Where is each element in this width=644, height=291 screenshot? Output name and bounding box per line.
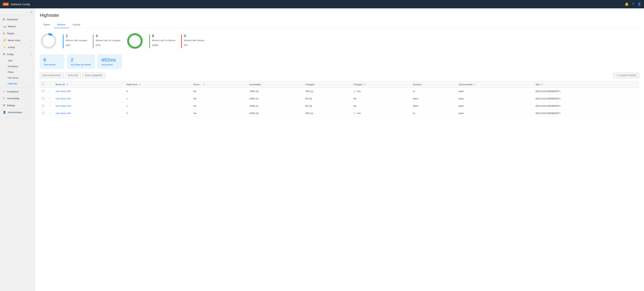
tab-activity[interactable]: Activity — [69, 21, 84, 28]
sidebar-sub-item-jobs[interactable]: Jobs — [0, 58, 35, 63]
minion-id-link[interactable]: salt-minion-001 — [56, 90, 71, 93]
row-checkbox-1[interactable] — [42, 97, 44, 100]
table-row: ⋮ salt-minion-001 3 No 100% (3) 33% (1) … — [40, 88, 639, 95]
svg-point-0 — [42, 34, 55, 48]
stat-pct-no-changes: 67% — [96, 44, 120, 46]
minion-id-link[interactable]: salt-minion-004 — [56, 112, 71, 115]
sidebar-item-compliance[interactable]: ✓ Compliance › — [0, 88, 35, 95]
sidebar-item-minion-keys[interactable]: 🔑 Minion Keys › — [0, 37, 35, 44]
sidebar-item-dashboard[interactable]: ⊞ Dashboard — [0, 16, 35, 23]
row-menu-cell: ⋮ — [46, 102, 54, 110]
summary-card-avg-duration: 492ms Avg duration — [98, 54, 122, 68]
stat-number-changes: 2 — [66, 34, 87, 38]
minion-id-link[interactable]: salt-minion-003 — [56, 105, 71, 107]
sidebar-item-config[interactable]: ⚙ Config ∨ — [0, 51, 35, 58]
chevron-right-icon: › — [31, 104, 32, 106]
action-buttons: RUN HIGHSTATE RUN JOB RUN COMMAND — [40, 73, 105, 78]
select-all-checkbox[interactable] — [42, 83, 44, 85]
sidebar-sub-item-highstate[interactable]: Highstate — [0, 81, 35, 86]
tabs: States Minions Activity — [40, 21, 639, 28]
errors-sort-icon[interactable]: ↓ — [200, 83, 202, 86]
row-minion-id: salt-minion-003 — [54, 102, 124, 110]
row-menu-dots[interactable]: ⋮ — [48, 112, 51, 115]
sidebar: « ⊞ Dashboard 📊 Reports ◎ Targets 🔑 Mini… — [0, 8, 35, 291]
row-changed: 0% (0) — [303, 102, 351, 110]
action-row: RUN HIGHSTATE RUN JOB RUN COMMAND ▽ CLEA… — [40, 73, 639, 78]
changes-filter-icon[interactable]: ▼ — [364, 83, 366, 86]
jids-filter-icon[interactable]: ▼ — [541, 83, 543, 86]
row-menu-dots[interactable]: ⋮ — [48, 97, 51, 100]
errors-filter-icon[interactable]: ▼ — [203, 83, 205, 86]
sidebar-item-settings[interactable]: ⚙ Settings › — [0, 102, 35, 109]
sidebar-item-label: Config — [7, 53, 14, 56]
minion-keys-icon: 🔑 — [3, 39, 6, 42]
sidebar-sub-item-file-server[interactable]: File Server — [0, 75, 35, 81]
row-state-runs: 1 — [124, 95, 191, 102]
user-icon[interactable]: 👤 — [637, 2, 641, 6]
th-checkbox — [40, 81, 46, 88]
row-errors: No — [191, 88, 247, 95]
card-label-avg-duration: Avg duration — [101, 63, 118, 66]
stat-bar-failures — [181, 34, 182, 48]
row-checkbox-2[interactable] — [42, 105, 44, 107]
sidebar-item-reports[interactable]: 📊 Reports — [0, 23, 35, 30]
sidebar-item-vulnerability[interactable]: 🛡 Vulnerability › — [0, 95, 35, 102]
compliance-icon: ✓ — [3, 90, 5, 93]
clear-filters-button[interactable]: ▽ CLEAR FILTERS — [613, 73, 639, 78]
sidebar-sub-item-pillars[interactable]: Pillars — [0, 69, 35, 75]
sidebar-item-targets[interactable]: ◎ Targets — [0, 30, 35, 37]
stat-content-changes: 2 Minions with changes 33% — [66, 34, 87, 46]
row-duration: 44ms — [411, 95, 456, 102]
row-state-runs: 3 — [124, 110, 191, 117]
row-state-runs: 1 — [124, 102, 191, 110]
app-title: SaltStack Config — [10, 3, 30, 6]
row-minion-id: salt-minion-002 — [54, 95, 124, 102]
sidebar-sub-item-schedules[interactable]: Schedules — [0, 63, 35, 69]
row-checkbox-3[interactable] — [42, 112, 44, 114]
environments-filter-icon[interactable]: ▼ — [474, 83, 476, 86]
run-command-button[interactable]: RUN COMMAND — [82, 73, 105, 78]
row-menu-cell: ⋮ — [46, 110, 54, 117]
row-checkbox-cell — [40, 102, 46, 110]
row-jid: 20221102133509929571 — [533, 88, 639, 95]
row-state-runs: 3 — [124, 88, 191, 95]
row-menu-dots[interactable]: ⋮ — [48, 90, 51, 93]
vmw-logo: vmw — [3, 2, 9, 6]
config-icon: ⚙ — [3, 53, 5, 56]
vulnerability-icon: 🛡 — [3, 97, 6, 100]
stat-number-no-changes: 4 — [96, 34, 120, 38]
row-jid: 20221102133509929571 — [533, 102, 639, 110]
stat-item-no-changes: 4 Minions with no changes 67% — [93, 34, 120, 48]
row-changes: No — [351, 102, 411, 110]
tab-states[interactable]: States — [40, 21, 54, 28]
stat-content-no-failures: 6 Minions with no failures 100% — [152, 34, 176, 46]
notification-icon[interactable]: 🔔 — [625, 2, 629, 6]
sidebar-item-administration[interactable]: 👤 Administration › — [0, 109, 35, 116]
row-minion-id: salt-minion-001 — [54, 88, 124, 95]
sidebar-item-activity[interactable]: ⚡ Activity › — [0, 44, 35, 51]
row-checkbox-0[interactable] — [42, 90, 44, 92]
state-runs-filter-icon[interactable]: ▼ — [139, 83, 141, 86]
stat-number-failures: 0 — [184, 34, 204, 38]
run-highstate-button[interactable]: RUN HIGHSTATE — [40, 73, 64, 78]
row-menu-dots[interactable]: ⋮ — [48, 104, 51, 107]
table-row: ⋮ salt-minion-003 1 No 100% (1) 0% (0) N… — [40, 102, 639, 110]
row-environments: base — [457, 88, 533, 95]
help-icon[interactable]: ? — [632, 2, 634, 6]
row-checkbox-cell — [40, 110, 46, 117]
row-changed: 33% (1) — [303, 88, 351, 95]
targets-icon: ◎ — [3, 32, 5, 35]
minion-id-filter-icon[interactable]: ▼ — [66, 83, 68, 86]
minion-id-link[interactable]: salt-minion-002 — [56, 97, 71, 100]
stat-label-no-changes: Minions with no changes — [96, 39, 120, 42]
run-job-button[interactable]: RUN JOB — [65, 73, 81, 78]
row-changed: 0% (0) — [303, 95, 351, 102]
stat-pct-failures: 0% — [184, 44, 204, 46]
card-value-avg-states: 2 — [71, 57, 91, 63]
sidebar-collapse-icon[interactable]: « — [31, 10, 32, 13]
row-environments: base — [457, 110, 533, 117]
tab-minions[interactable]: Minions — [54, 21, 69, 28]
sidebar-item-label: Vulnerability — [7, 97, 19, 100]
row-succeeded: 100% (1) — [247, 102, 303, 110]
main-content: Highstate States Minions Activity 2 Mini… — [35, 8, 644, 291]
